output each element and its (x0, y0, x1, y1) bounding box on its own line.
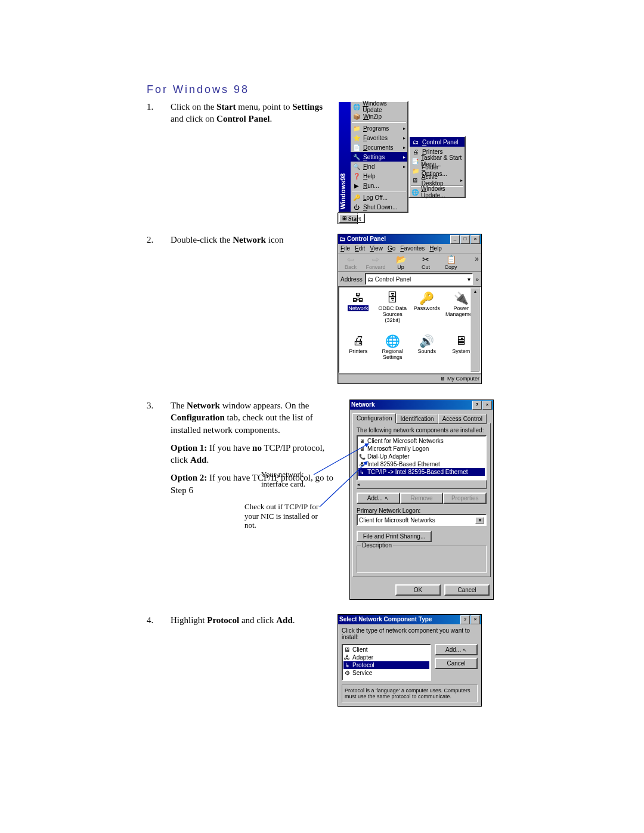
step-2-screenshot: 🗂 Control Panel _ □ × FileEditViewGoFavo… (338, 234, 482, 384)
section-title: For Windows 98 (147, 83, 644, 96)
submenu-item[interactable]: 🗂Control Panel (410, 137, 465, 147)
component-type-item[interactable]: 🖥Client (343, 646, 429, 654)
submenu-item[interactable]: 🌐Windows Update... (410, 187, 465, 197)
cursor-icon: ↖ (385, 496, 389, 501)
step-2-number: 2. (147, 234, 171, 245)
dropdown-arrow-icon[interactable]: ▾ (467, 276, 470, 283)
cut-icon: ✂ (416, 255, 436, 264)
properties-button: Properties (443, 493, 487, 504)
toolbar-cut[interactable]: ✂Cut (416, 255, 436, 270)
menu-item-icon: 🔑 (352, 193, 361, 202)
startmenu-item[interactable]: 🌐Windows Update (351, 102, 407, 112)
toolbar-forward: ⇨Forward (366, 255, 386, 270)
scrollbar[interactable]: ▴ (470, 288, 479, 371)
menu-item-icon: ⏻ (352, 203, 361, 211)
step-3-number: 3. (147, 400, 171, 411)
type-icon: 🖧 (343, 654, 351, 661)
svg-line-0 (314, 444, 369, 475)
menu-go[interactable]: Go (388, 245, 395, 252)
menu-item-icon: 📁 (352, 124, 361, 132)
dialog-title: Network (351, 400, 472, 410)
cp-icon-regional-settings[interactable]: 🌐Regional Settings (376, 334, 410, 368)
type-icon: ↳ (343, 662, 351, 668)
step-4-screenshot: Select Network Component Type ? × Click … (338, 614, 482, 707)
toolbar-copy[interactable]: 📋Copy (441, 255, 461, 270)
startmenu-item[interactable]: ⏻Shut Down... (351, 202, 407, 212)
component-type-item[interactable]: ⚙Service (343, 669, 429, 677)
start-button[interactable]: ⊞ Start (339, 213, 365, 223)
component-type-item[interactable]: 🖧Adapter (343, 654, 429, 661)
tab-access-control[interactable]: Access Control (438, 414, 487, 424)
menu-item-icon: 📁 (411, 166, 419, 175)
menu-item-icon: 🌐 (352, 103, 360, 111)
close-button[interactable]: × (482, 401, 492, 410)
help-button[interactable]: ? (472, 401, 482, 410)
step-2-text: Double-click the Network icon (171, 234, 326, 252)
back-icon: ⇦ (340, 255, 361, 264)
toolbar: ⇦Back⇨Forward📂Up✂Cut📋Copy» (338, 253, 481, 271)
startmenu-item[interactable]: ▶Run... (351, 181, 407, 190)
step-4-number: 4. (147, 614, 171, 625)
cancel-button[interactable]: Cancel (435, 658, 478, 669)
add-button[interactable]: Add... ↖ (435, 644, 478, 655)
close-button[interactable]: × (470, 235, 480, 244)
cursor-icon: ↖ (463, 648, 467, 653)
folder-icon: 🗂 (339, 234, 345, 244)
startmenu-item[interactable]: 🔑Log Off... (351, 193, 407, 202)
menu-file[interactable]: File (340, 245, 350, 252)
icon-area: ▴ 🖧Network🗄ODBC Data Sources (32bit)🔑Pas… (338, 286, 481, 373)
minimize-button[interactable]: _ (450, 235, 460, 244)
menu-help[interactable]: Help (429, 245, 442, 252)
menu-item-icon: 📦 (352, 112, 361, 120)
startmenu-item[interactable]: 📄Documents▸ (351, 143, 407, 152)
app-icon: 🖨 (342, 334, 375, 348)
address-field[interactable]: 🗂 Control Panel ▾ (365, 273, 473, 285)
step-1-text: Click on the Start menu, point to Settin… (171, 101, 326, 131)
startmenu-item[interactable]: 🔧Settings▸ (351, 152, 407, 162)
startmenu-item[interactable]: 📁Programs▸ (351, 123, 407, 133)
components-label: The following network components are ins… (357, 427, 487, 433)
cp-icon-sounds[interactable]: 🔊Sounds (410, 334, 444, 368)
up-icon: 📂 (391, 255, 411, 264)
menu-item-icon: 🔍 (352, 162, 361, 171)
menu-view[interactable]: View (370, 245, 383, 252)
submenu-item[interactable]: 🖥Active Desktop▸ (410, 175, 465, 185)
menu-favorites[interactable]: Favorites (400, 245, 425, 252)
cp-icon-odbc-data-sources-32bit-[interactable]: 🗄ODBC Data Sources (32bit) (376, 291, 410, 332)
logon-select[interactable]: Client for Microsoft Networks ▾ (357, 514, 487, 526)
help-button[interactable]: ? (460, 615, 470, 624)
menu-item-icon: ⭐ (352, 134, 361, 142)
toolbar-more[interactable]: » (475, 255, 479, 270)
startmenu-item[interactable]: ⭐Favorites▸ (351, 133, 407, 143)
step-4-text: Highlight Protocol and click Add. (171, 614, 326, 632)
ok-button[interactable]: OK (395, 584, 441, 596)
toolbar-more[interactable]: » (475, 276, 479, 283)
tab-configuration[interactable]: Configuration (352, 413, 396, 423)
description-group: Description (357, 546, 487, 573)
toolbar-up[interactable]: 📂Up (391, 255, 411, 270)
dropdown-arrow-icon[interactable]: ▾ (475, 517, 484, 524)
app-icon: 🗄 (376, 291, 410, 305)
window-title: Control Panel (347, 234, 450, 244)
startmenu-item[interactable]: ❓Help (351, 171, 407, 181)
cancel-button[interactable]: Cancel (444, 584, 490, 596)
menu-edit[interactable]: Edit (355, 245, 365, 252)
component-type-item[interactable]: ↳Protocol (343, 661, 429, 669)
app-icon: 🖧 (342, 291, 375, 305)
step-2: 2. Double-click the Network icon 🗂 Contr… (0, 234, 644, 384)
maximize-button[interactable]: □ (460, 235, 470, 244)
file-print-sharing-button[interactable]: File and Print Sharing... (357, 531, 432, 542)
menu-item-icon: 🗂 (411, 138, 420, 146)
component-type-list[interactable]: 🖥Client🖧Adapter↳Protocol⚙Service (342, 644, 431, 681)
annotation-tcpip: Check out if TCP/IP for your NIC is inst… (244, 502, 319, 530)
menu-item-icon: 📑 (411, 157, 419, 165)
cp-icon-printers[interactable]: 🖨Printers (342, 334, 375, 368)
help-text: Protocol is a 'language' a computer uses… (342, 685, 478, 702)
tab-identification[interactable]: Identification (396, 414, 438, 424)
close-button[interactable]: × (470, 615, 480, 624)
cp-icon-network[interactable]: 🖧Network (342, 291, 375, 332)
select-component-dialog: Select Network Component Type ? × Click … (338, 614, 482, 707)
startmenu-item[interactable]: 🔍Find▸ (351, 162, 407, 171)
remove-button: Remove (400, 493, 444, 504)
cp-icon-passwords[interactable]: 🔑Passwords (410, 291, 444, 332)
